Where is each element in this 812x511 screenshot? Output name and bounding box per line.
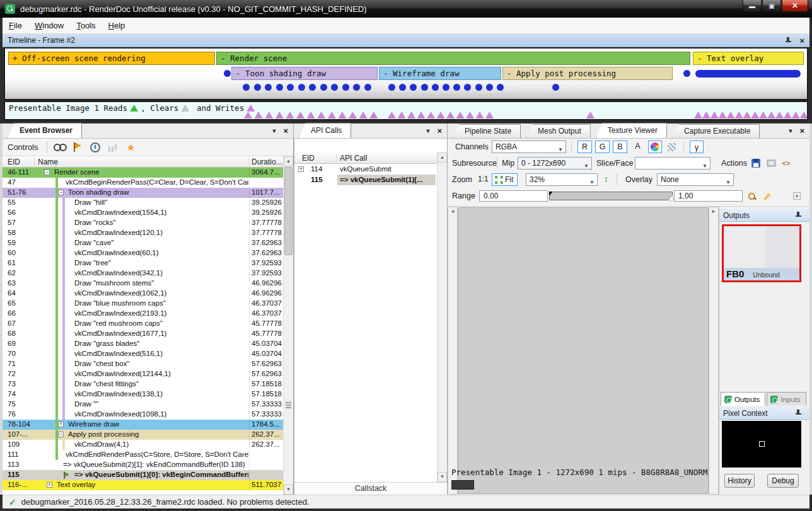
- write-marker-triangle[interactable]: [466, 112, 474, 118]
- write-marker-triangle[interactable]: [792, 112, 800, 118]
- menu-window[interactable]: Window: [28, 19, 70, 32]
- event-row-74[interactable]: 74vkCmdDrawIndexed(138,1)57.18518: [3, 389, 284, 399]
- tab-event-browser[interactable]: Event Browser: [8, 123, 82, 138]
- column-duration[interactable]: Duratio...: [252, 158, 282, 166]
- write-marker-triangle[interactable]: [388, 112, 396, 118]
- event-row-113[interactable]: 113=> vkQueueSubmit(2)[1]: vkEndCommandB…: [3, 460, 284, 470]
- write-marker-triangle[interactable]: [759, 112, 767, 118]
- event-dot[interactable]: [421, 84, 428, 91]
- pin-icon[interactable]: [785, 37, 792, 44]
- expand-icon[interactable]: +: [47, 482, 52, 488]
- api-table-header[interactable]: EID API Call: [294, 152, 437, 164]
- channel-r-button[interactable]: R: [577, 141, 592, 153]
- slice-face-select[interactable]: ▼: [635, 157, 710, 169]
- timeline-marker-render-scene[interactable]: - Render scene: [216, 52, 690, 65]
- scroll-up-icon[interactable]: ▲: [284, 156, 293, 166]
- column-name[interactable]: Name: [38, 158, 58, 166]
- outputs-header[interactable]: Outputs: [719, 209, 809, 222]
- event-row-62[interactable]: 62vkCmdDrawIndexed(342,1)37.92593: [3, 268, 284, 278]
- range-slider[interactable]: [549, 192, 673, 200]
- tab-pipeline-state[interactable]: Pipeline State: [453, 124, 521, 138]
- star-icon[interactable]: *: [123, 141, 138, 154]
- event-row-107[interactable]: 107-...−Apply post processing262.37...: [3, 430, 284, 440]
- event-dot[interactable]: [410, 84, 417, 91]
- zoom-1-1-button[interactable]: 1:1: [478, 175, 489, 183]
- write-marker-triangle[interactable]: [767, 112, 775, 118]
- event-dot[interactable]: [388, 84, 395, 91]
- wand-icon[interactable]: [759, 190, 773, 203]
- channel-a-button[interactable]: A: [630, 141, 645, 153]
- event-table-header[interactable]: EID Name Duratio...: [3, 156, 284, 168]
- write-marker-triangle[interactable]: [307, 112, 315, 118]
- event-dot[interactable]: [683, 70, 690, 77]
- write-marker-triangle[interactable]: [586, 112, 594, 118]
- event-dot[interactable]: [298, 84, 305, 91]
- event-row-63[interactable]: 63Draw "mushroom stems"46.96296: [3, 278, 284, 289]
- write-marker-triangle[interactable]: [702, 112, 710, 118]
- event-dot[interactable]: [497, 84, 504, 91]
- event-dot[interactable]: [265, 84, 272, 91]
- write-marker-triangle[interactable]: [743, 112, 751, 118]
- event-row-46-111[interactable]: 46-111−Render scene3064.7...: [3, 168, 284, 178]
- write-marker-triangle[interactable]: [456, 112, 465, 118]
- event-dot-run[interactable]: [695, 70, 801, 78]
- range-min-input[interactable]: 0.00: [479, 190, 548, 202]
- timeline-marker-off-screen-scene-rendering[interactable]: + Off-screen scene rendering: [8, 52, 215, 65]
- write-marker-triangle[interactable]: [255, 112, 263, 118]
- tab-mesh-output[interactable]: Mesh Output: [526, 124, 591, 138]
- write-marker-triangle[interactable]: [328, 112, 336, 118]
- write-marker-triangle[interactable]: [296, 112, 304, 118]
- write-marker-triangle[interactable]: [800, 112, 808, 118]
- write-marker-triangle[interactable]: [244, 112, 252, 118]
- tab-api-calls[interactable]: API Calls: [299, 123, 351, 138]
- menu-tools[interactable]: Tools: [70, 19, 102, 32]
- color-wheel-icon[interactable]: [648, 141, 662, 153]
- api-calls-scrollbar[interactable]: ▲ ▼: [437, 152, 447, 482]
- event-row-56[interactable]: 56vkCmdDrawIndexed(1554,1)39.25926: [3, 208, 284, 218]
- close-icon[interactable]: ×: [437, 127, 442, 134]
- chevron-down-icon[interactable]: ▼: [787, 128, 793, 134]
- timeline-marker-toon-shading-draw[interactable]: - Toon shading draw: [231, 67, 378, 80]
- pin-icon[interactable]: [795, 212, 802, 219]
- event-dot[interactable]: [475, 84, 482, 91]
- write-marker-triangle[interactable]: [276, 112, 284, 118]
- write-marker-triangle[interactable]: [265, 112, 273, 118]
- scroll-down-icon[interactable]: ▼: [284, 485, 293, 495]
- event-row-109[interactable]: 109vkCmdDraw(4,1)262.37...: [3, 440, 284, 450]
- event-dot[interactable]: [443, 84, 450, 91]
- write-marker-triangle[interactable]: [710, 112, 719, 118]
- find-icon[interactable]: [52, 141, 67, 154]
- write-marker-triangle[interactable]: [338, 112, 346, 118]
- write-marker-triangle[interactable]: [437, 112, 445, 118]
- close-button[interactable]: ✕: [782, 0, 808, 12]
- pixel-context-view[interactable]: [722, 421, 801, 468]
- event-dot[interactable]: [287, 84, 294, 91]
- debug-button[interactable]: Debug: [767, 474, 799, 488]
- magnifier-icon[interactable]: [745, 190, 759, 203]
- column-eid[interactable]: EID: [8, 158, 20, 166]
- tab-inputs[interactable]: Inputs: [767, 392, 806, 406]
- save-icon[interactable]: [749, 157, 763, 169]
- fit-button[interactable]: Fit: [492, 173, 518, 186]
- range-black-point-handle[interactable]: [549, 192, 553, 196]
- tab-texture-viewer[interactable]: Texture Viewer: [596, 123, 667, 138]
- link-icon[interactable]: [764, 157, 778, 169]
- checkerboard-icon[interactable]: [664, 141, 678, 153]
- callstack-label[interactable]: Callstack: [294, 482, 447, 495]
- scroll-right-icon[interactable]: ►: [709, 207, 719, 495]
- timeline-panel-title[interactable]: Timeline - Frame #2 ×: [3, 34, 809, 47]
- presentable-image-strip[interactable]: Presentable Image 1 Reads , Clears and W…: [4, 101, 808, 120]
- write-marker-triangle[interactable]: [286, 112, 294, 118]
- column-api-call[interactable]: API Call: [340, 154, 367, 163]
- write-marker-triangle[interactable]: [775, 112, 784, 118]
- close-icon[interactable]: ×: [799, 127, 804, 134]
- timeline-marker-apply-post-processing[interactable]: - Apply post processing: [502, 67, 673, 80]
- title-bar[interactable]: debugmarker.rdc - RenderDoc Unofficial r…: [0, 0, 812, 18]
- write-marker-triangle[interactable]: [407, 112, 415, 118]
- event-dot[interactable]: [453, 84, 460, 91]
- column-eid[interactable]: EID: [302, 154, 315, 163]
- close-icon[interactable]: ×: [283, 127, 288, 134]
- write-marker-triangle[interactable]: [485, 112, 494, 118]
- chevron-down-icon[interactable]: ▼: [271, 128, 277, 134]
- event-row-68[interactable]: 68vkCmdDrawIndexed(1677,1)45.77778: [3, 329, 284, 339]
